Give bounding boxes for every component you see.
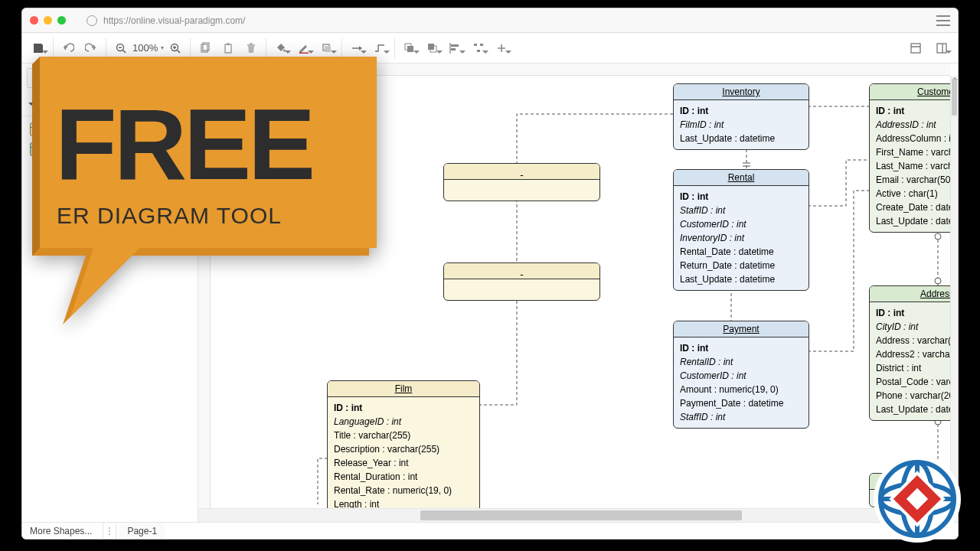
zoom-in-button[interactable] [164, 37, 187, 60]
svg-rect-20 [451, 44, 459, 47]
entity-column: Payment_Date : datetime [680, 396, 802, 410]
entity-column: District : int [876, 361, 958, 375]
format-panel-button[interactable] [930, 37, 953, 60]
more-shapes-button[interactable]: More Shapes... [22, 526, 100, 536]
entity-column: Release_Year : int [334, 456, 473, 470]
entity-title: Rental [674, 170, 808, 186]
outline-panel-button[interactable] [904, 37, 927, 60]
entity-column: LanguageID : int [334, 415, 473, 429]
entity-body: ID : intCityID : intAddress : varchar(50… [870, 302, 958, 420]
entity-column: Return_Date : datetime [680, 259, 802, 272]
save-button[interactable] [27, 37, 50, 60]
entity-column: ID : int [680, 104, 802, 118]
undo-button[interactable] [57, 37, 80, 60]
entity-body: ID : intLanguageID : intTitle : varchar(… [328, 397, 479, 515]
svg-rect-16 [407, 46, 413, 52]
entity-hidden-1[interactable] [443, 163, 600, 201]
entity-column: Last_Update : datetime [680, 132, 802, 145]
entity-column: Create_Date : datetime [876, 201, 958, 214]
entity-body: ID : intStaffID : intCustomerID : intInv… [674, 186, 808, 290]
entity-column: FilmID : int [680, 118, 802, 132]
entity-column: Last_Name : varchar(255) [876, 159, 958, 173]
entity-customer[interactable]: Customer ID : intAddressID : intAddressC… [869, 83, 958, 233]
maximize-window-icon[interactable] [57, 16, 66, 24]
entity-title: Film [328, 381, 479, 397]
to-back-button[interactable] [421, 37, 444, 60]
align-button[interactable] [444, 37, 467, 60]
hamburger-menu-icon[interactable] [936, 15, 950, 26]
entity-column: Active : char(1) [876, 187, 958, 201]
svg-point-11 [283, 49, 286, 51]
add-button[interactable] [490, 37, 513, 60]
line-color-button[interactable] [292, 37, 315, 60]
canvas-footer [198, 508, 958, 522]
entity-column: Rental_Rate : numeric(19, 0) [334, 484, 473, 497]
minimize-window-icon[interactable] [44, 16, 52, 24]
entity-column: ID : int [680, 341, 802, 355]
scrollbar-thumb[interactable] [420, 510, 742, 520]
svg-rect-30 [937, 44, 946, 53]
svg-line-1 [123, 50, 126, 53]
window-controls [30, 16, 66, 24]
svg-rect-25 [477, 50, 480, 52]
entity-title: Customer [870, 84, 958, 100]
to-front-button[interactable] [398, 37, 421, 60]
entity-title: Inventory [674, 84, 808, 100]
entity-column: ID : int [876, 306, 958, 320]
svg-rect-14 [325, 46, 331, 52]
entity-hidden-2[interactable] [443, 262, 600, 301]
entity-address[interactable]: Address ID : intCityID : intAddress : va… [869, 285, 958, 421]
visual-paradigm-logo-icon [871, 453, 963, 545]
paste-button[interactable] [217, 37, 240, 60]
svg-rect-24 [480, 44, 483, 46]
entity-column: Rental_Duration : int [334, 470, 473, 484]
svg-rect-12 [299, 52, 309, 54]
promo-big-text: FREE [55, 88, 312, 201]
entity-body: ID : intAddressID : intAddressColumn : i… [870, 100, 958, 232]
entity-column: Address2 : varchar(50) [876, 347, 958, 361]
url-bar[interactable]: https://online.visual-paradigm.com/ [87, 15, 931, 26]
entity-column: StaffID : int [680, 204, 802, 217]
close-window-icon[interactable] [30, 16, 38, 24]
entity-column: CityID : int [876, 320, 958, 334]
zoom-out-button[interactable] [109, 37, 132, 60]
url-text: https://online.visual-paradigm.com/ [103, 15, 245, 26]
entity-column: AddressColumn : int [876, 132, 958, 145]
svg-rect-28 [911, 44, 920, 53]
page-tab-1[interactable]: Page-1 [119, 523, 165, 539]
shadow-button[interactable] [315, 37, 338, 60]
entity-column: Amount : numeric(19, 0) [680, 383, 802, 396]
site-info-icon [87, 15, 97, 26]
entity-rental[interactable]: Rental ID : intStaffID : intCustomerID :… [673, 169, 809, 291]
svg-point-41 [935, 278, 941, 284]
entity-payment[interactable]: Payment ID : intRentalID : intCustomerID… [673, 321, 809, 429]
entity-column: Rental_Date : datetime [680, 245, 802, 259]
fill-color-button[interactable] [270, 37, 292, 60]
scrollbar-thumb[interactable] [952, 79, 957, 116]
entity-column: Address : varchar(50) [876, 334, 958, 347]
waypoint-button[interactable] [368, 37, 391, 60]
entity-film[interactable]: Film ID : intLanguageID : intTitle : var… [327, 380, 480, 516]
entity-column: AddressID : int [876, 118, 958, 132]
entity-column: Postal_Code : varchar(10) [876, 375, 958, 389]
entity-column: Phone : varchar(20) [876, 389, 958, 403]
svg-rect-18 [428, 44, 434, 50]
zoom-level[interactable]: 100%▾ [132, 42, 164, 54]
distribute-button[interactable] [467, 37, 490, 60]
horizontal-scrollbar[interactable] [374, 510, 950, 520]
entity-column: ID : int [680, 190, 802, 204]
entity-body: ID : intRentalID : intCustomerID : intAm… [674, 337, 808, 428]
svg-rect-10 [227, 43, 230, 45]
entity-column: Title : varchar(255) [334, 429, 473, 442]
entity-column: ID : int [334, 401, 473, 415]
entity-column: CustomerID : int [680, 369, 802, 383]
entity-column: ID : int [876, 104, 958, 118]
tab-drag-handle-icon[interactable] [106, 527, 113, 535]
entity-inventory[interactable]: Inventory ID : intFilmID : intLast_Updat… [673, 83, 809, 150]
copy-button[interactable] [194, 37, 217, 60]
delete-button[interactable] [240, 37, 263, 60]
redo-button[interactable] [80, 37, 103, 60]
connection-arrow-button[interactable] [345, 37, 368, 60]
entity-column: InventoryID : int [680, 231, 802, 245]
promo-sub-text: ER DIAGRAM TOOL [57, 203, 282, 228]
